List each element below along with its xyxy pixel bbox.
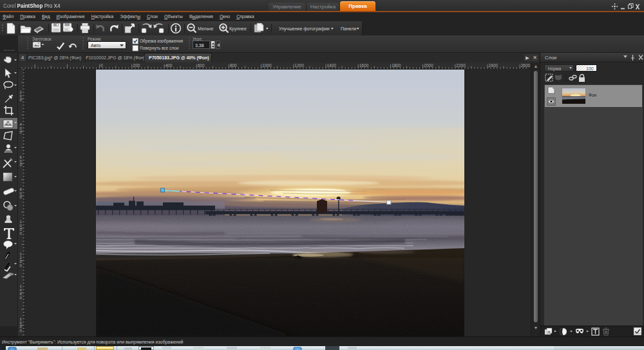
svg-text:1000: 1000 bbox=[262, 63, 272, 68]
svg-text:1800: 1800 bbox=[392, 63, 401, 68]
svg-text:0: 0 bbox=[100, 63, 103, 68]
svg-text:1400: 1400 bbox=[327, 63, 337, 68]
svg-text:Мельче: Мельче bbox=[198, 26, 213, 31]
svg-text:0: 0 bbox=[20, 296, 23, 300]
svg-text:400: 400 bbox=[166, 63, 173, 68]
svg-text:2200: 2200 bbox=[456, 63, 466, 68]
svg-text:2400: 2400 bbox=[489, 63, 498, 68]
svg-text:800: 800 bbox=[230, 63, 237, 68]
svg-text:0: 0 bbox=[20, 264, 23, 267]
svg-text:600: 600 bbox=[198, 63, 205, 68]
svg-text:1600: 1600 bbox=[359, 63, 369, 68]
svg-text:200: 200 bbox=[133, 63, 140, 68]
svg-text:2000: 2000 bbox=[424, 63, 433, 68]
svg-text:2600: 2600 bbox=[521, 63, 531, 68]
svg-text:Панели: Панели bbox=[341, 26, 357, 31]
svg-text:Улучшение фотографии: Улучшение фотографии bbox=[279, 26, 330, 32]
svg-text:0: 0 bbox=[20, 231, 23, 235]
svg-text:Крупнее: Крупнее bbox=[229, 26, 247, 32]
svg-text:1200: 1200 bbox=[294, 63, 304, 68]
svg-text:100: 100 bbox=[586, 66, 594, 71]
svg-text:0: 0 bbox=[20, 329, 23, 333]
